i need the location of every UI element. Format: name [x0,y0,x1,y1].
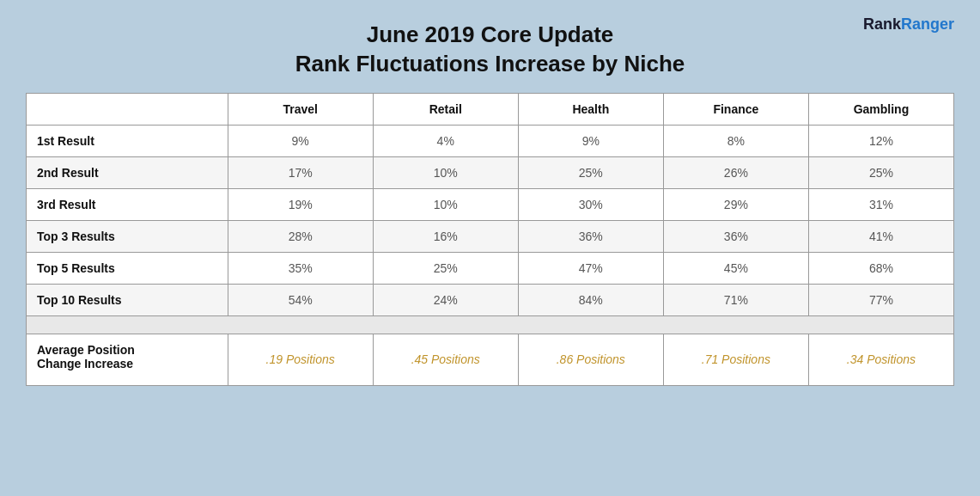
cell: 10% [373,188,518,220]
logo-rank: Rank [863,15,901,33]
row-label: Top 5 Results [27,252,228,284]
table-row: 1st Result 9% 4% 9% 8% 12% [27,125,954,156]
cell: 9% [518,125,663,156]
page-title: June 2019 Core Update Rank Fluctuations … [295,21,685,79]
cell: 9% [228,125,373,156]
avg-travel: .19 Positions [228,334,373,385]
row-label: 2nd Result [27,156,228,188]
cell: 19% [228,188,373,220]
cell: 4% [373,125,518,156]
col-header-health: Health [518,93,663,125]
cell: 25% [373,252,518,284]
cell: 77% [808,284,953,315]
cell: 47% [518,252,663,284]
cell: 25% [808,156,953,188]
avg-label: Average PositionChange Increase [27,334,228,385]
logo-ranger: Ranger [901,15,954,33]
spacer-row [27,315,954,334]
row-label: Top 3 Results [27,220,228,252]
table-row: 2nd Result 17% 10% 25% 26% 25% [27,156,954,188]
col-header-retail: Retail [373,93,518,125]
title-line2: Rank Fluctuations Increase by Niche [295,51,685,77]
cell: 26% [663,156,808,188]
table-row: 3rd Result 19% 10% 30% 29% 31% [27,188,954,220]
cell: 24% [373,284,518,315]
col-header-label [27,93,228,125]
cell: 30% [518,188,663,220]
spacer-cell [27,315,954,334]
row-label: 1st Result [27,125,228,156]
title-line1: June 2019 Core Update [367,21,614,47]
cell: 36% [663,220,808,252]
cell: 12% [808,125,953,156]
avg-gambling: .34 Positions [808,334,953,385]
cell: 16% [373,220,518,252]
cell: 35% [228,252,373,284]
row-label: Top 10 Results [27,284,228,315]
table-header-row: Travel Retail Health Finance Gambling [27,93,954,125]
col-header-gambling: Gambling [808,93,953,125]
table-row: Top 5 Results 35% 25% 47% 45% 68% [27,252,954,284]
table-row: Top 3 Results 28% 16% 36% 36% 41% [27,220,954,252]
avg-retail: .45 Positions [373,334,518,385]
cell: 45% [663,252,808,284]
cell: 41% [808,220,953,252]
avg-position-row: Average PositionChange Increase .19 Posi… [27,334,954,385]
data-table: Travel Retail Health Finance Gambling 1s… [26,93,954,386]
cell: 31% [808,188,953,220]
title-area: June 2019 Core Update Rank Fluctuations … [295,21,685,79]
avg-health: .86 Positions [518,334,663,385]
logo: RankRanger [863,15,954,34]
cell: 8% [663,125,808,156]
cell: 71% [663,284,808,315]
cell: 36% [518,220,663,252]
avg-finance: .71 Positions [663,334,808,385]
cell: 68% [808,252,953,284]
cell: 29% [663,188,808,220]
cell: 84% [518,284,663,315]
cell: 10% [373,156,518,188]
cell: 25% [518,156,663,188]
col-header-travel: Travel [228,93,373,125]
table-row: Top 10 Results 54% 24% 84% 71% 77% [27,284,954,315]
cell: 28% [228,220,373,252]
col-header-finance: Finance [663,93,808,125]
cell: 17% [228,156,373,188]
row-label: 3rd Result [27,188,228,220]
cell: 54% [228,284,373,315]
